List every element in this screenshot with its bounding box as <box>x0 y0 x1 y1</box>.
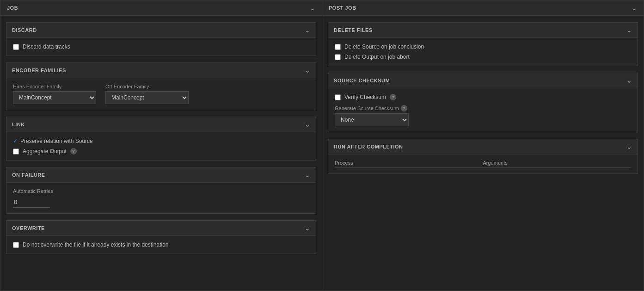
preserve-checkmark-icon: ✓ <box>13 138 18 144</box>
hires-encoder-field: Hires Encoder Family MainConcept x264 x2… <box>13 84 96 104</box>
preserve-relation-label: Preserve relation with Source <box>20 138 93 144</box>
run-after-completion-title: RUN AFTER COMPLETION <box>334 144 403 149</box>
overwrite-title: OVERWRITE <box>12 225 45 231</box>
left-panel-chevron-icon[interactable]: ⌄ <box>310 4 315 12</box>
on-failure-header: ON FAILURE ⌄ <box>6 167 316 183</box>
source-checksum-section: SOURCE CHECKSUM ⌄ Verify Checksum ? Gene… <box>328 73 638 132</box>
link-title: LINK <box>12 122 25 127</box>
discard-section-header: DISCARD ⌄ <box>6 23 316 38</box>
run-after-columns: Process Arguments <box>335 160 631 168</box>
delete-output-label: Delete Output on job abort <box>344 54 410 60</box>
generate-checksum-label: Generate Source Checksum ? <box>335 105 631 111</box>
aggregate-output-row: Aggregate Output ? <box>13 148 309 155</box>
run-after-body: Process Arguments <box>328 155 638 173</box>
discard-data-tracks-checkbox[interactable] <box>13 44 19 50</box>
aggregate-output-label: Aggregate Output <box>23 148 67 155</box>
ott-encoder-label: Ott Encoder Family <box>105 84 189 89</box>
overwrite-header: OVERWRITE ⌄ <box>6 221 316 236</box>
on-failure-body: Automatic Retries 0 <box>6 183 316 213</box>
discard-title: DISCARD <box>12 27 37 33</box>
delete-files-title: DELETE FILES <box>334 27 373 33</box>
generate-checksum-field: Generate Source Checksum ? None MD5 SHA1… <box>335 105 631 126</box>
process-column: Process <box>335 160 483 168</box>
automatic-retries-field: Automatic Retries 0 <box>13 188 309 208</box>
verify-checksum-label: Verify Checksum <box>344 94 386 100</box>
link-body: ✓ Preserve relation with Source Aggregat… <box>6 132 316 160</box>
run-after-completion-chevron-icon[interactable]: ⌄ <box>626 143 632 150</box>
left-panel-header: JOB ⌄ <box>0 0 322 16</box>
encoder-row: Hires Encoder Family MainConcept x264 x2… <box>13 84 309 104</box>
encoder-families-chevron-icon[interactable]: ⌄ <box>305 67 310 74</box>
encoder-families-section: ENCODER FAMILIES ⌄ Hires Encoder Family … <box>6 62 316 110</box>
overwrite-checkbox-row: Do not overwrite the file if it already … <box>13 241 309 248</box>
left-panel-title: JOB <box>7 5 18 11</box>
right-panel-title: POST JOB <box>329 5 356 11</box>
aggregate-help-icon[interactable]: ? <box>70 148 77 155</box>
discard-section: DISCARD ⌄ Discard data tracks <box>6 22 316 56</box>
delete-source-row: Delete Source on job conclusion <box>335 43 631 50</box>
on-failure-section: ON FAILURE ⌄ Automatic Retries 0 <box>6 167 316 214</box>
discard-data-tracks-label: Discard data tracks <box>23 43 70 50</box>
link-section: LINK ⌄ ✓ Preserve relation with Source A… <box>6 117 316 161</box>
run-after-completion-section: RUN AFTER COMPLETION ⌄ Process Arguments <box>328 139 638 174</box>
generate-checksum-help-icon[interactable]: ? <box>401 105 407 111</box>
delete-source-label: Delete Source on job conclusion <box>344 43 424 50</box>
process-column-label: Process <box>335 160 483 168</box>
hires-encoder-label: Hires Encoder Family <box>13 84 96 89</box>
aggregate-output-checkbox[interactable] <box>13 149 19 155</box>
verify-checksum-help-icon[interactable]: ? <box>390 94 396 100</box>
delete-source-checkbox[interactable] <box>335 44 341 50</box>
delete-files-body: Delete Source on job conclusion Delete O… <box>328 38 638 66</box>
delete-files-header: DELETE FILES ⌄ <box>328 23 638 38</box>
overwrite-body: Do not overwrite the file if it already … <box>6 236 316 254</box>
right-panel-header: POST JOB ⌄ <box>322 0 644 16</box>
generate-checksum-select[interactable]: None MD5 SHA1 SHA256 <box>335 113 409 126</box>
left-panel: JOB ⌄ DISCARD ⌄ Discard data tracks ENCO… <box>0 0 322 291</box>
automatic-retries-input[interactable]: 0 <box>13 197 50 208</box>
encoder-families-header: ENCODER FAMILIES ⌄ <box>6 63 316 78</box>
ott-encoder-select[interactable]: MainConcept x264 x265 FFmpeg <box>105 91 189 104</box>
delete-output-checkbox[interactable] <box>335 54 341 60</box>
delete-files-chevron-icon[interactable]: ⌄ <box>626 26 632 34</box>
delete-files-section: DELETE FILES ⌄ Delete Source on job conc… <box>328 22 638 66</box>
overwrite-label: Do not overwrite the file if it already … <box>23 241 169 248</box>
overwrite-section: OVERWRITE ⌄ Do not overwrite the file if… <box>6 220 316 254</box>
source-checksum-chevron-icon[interactable]: ⌄ <box>626 77 632 84</box>
automatic-retries-label: Automatic Retries <box>13 188 309 194</box>
link-chevron-icon[interactable]: ⌄ <box>305 121 310 128</box>
on-failure-title: ON FAILURE <box>12 172 45 178</box>
discard-body: Discard data tracks <box>6 38 316 56</box>
delete-output-row: Delete Output on job abort <box>335 54 631 60</box>
hires-encoder-select[interactable]: MainConcept x264 x265 FFmpeg <box>13 91 96 104</box>
source-checksum-title: SOURCE CHECKSUM <box>334 78 390 83</box>
verify-checksum-row: Verify Checksum ? <box>335 94 631 100</box>
source-checksum-body: Verify Checksum ? Generate Source Checks… <box>328 88 638 132</box>
source-checksum-header: SOURCE CHECKSUM ⌄ <box>328 73 638 88</box>
encoder-families-title: ENCODER FAMILIES <box>12 68 66 73</box>
preserve-relation-row: ✓ Preserve relation with Source <box>13 138 309 144</box>
link-header: LINK ⌄ <box>6 117 316 132</box>
right-panel: POST JOB ⌄ DELETE FILES ⌄ Delete Source … <box>322 0 644 291</box>
discard-data-tracks-row: Discard data tracks <box>13 43 309 50</box>
encoder-families-body: Hires Encoder Family MainConcept x264 x2… <box>6 78 316 110</box>
verify-checksum-checkbox[interactable] <box>335 94 341 100</box>
arguments-column-label: Arguments <box>483 160 632 168</box>
overwrite-checkbox[interactable] <box>13 242 19 248</box>
overwrite-chevron-icon[interactable]: ⌄ <box>305 224 310 232</box>
ott-encoder-field: Ott Encoder Family MainConcept x264 x265… <box>105 84 189 104</box>
arguments-column: Arguments <box>483 160 632 168</box>
discard-chevron-icon[interactable]: ⌄ <box>305 26 310 34</box>
right-panel-chevron-icon[interactable]: ⌄ <box>632 4 637 12</box>
on-failure-chevron-icon[interactable]: ⌄ <box>305 171 310 179</box>
run-after-completion-header: RUN AFTER COMPLETION ⌄ <box>328 139 638 155</box>
